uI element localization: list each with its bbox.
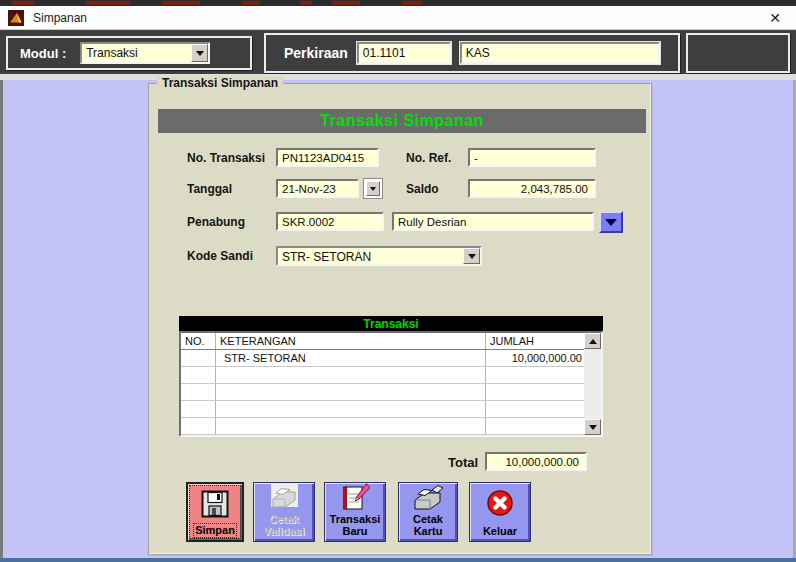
scroll-down-button[interactable]	[584, 419, 601, 435]
no-ref-field[interactable]	[468, 148, 596, 167]
keluar-button[interactable]: Keluar	[469, 482, 531, 542]
total-field[interactable]	[485, 452, 587, 471]
modul-combobox[interactable]: Transaksi	[80, 42, 210, 64]
no-transaksi-field[interactable]	[276, 148, 379, 167]
notebook-pencil-icon	[339, 483, 371, 513]
col-header-keterangan: KETERANGAN	[216, 333, 486, 349]
floppy-disk-icon	[200, 484, 230, 524]
perkiraan-name-field[interactable]	[460, 42, 660, 64]
cell-keterangan: STR- SETORAN	[216, 350, 486, 366]
grid-header-row: NO. KETERANGAN JUMLAH	[181, 333, 586, 350]
modul-combobox-value: Transaksi	[82, 44, 191, 62]
penabung-lookup-button[interactable]	[599, 211, 623, 233]
card-printer-icon	[412, 483, 444, 513]
table-row-empty[interactable]	[181, 418, 586, 435]
button-label: Simpan	[194, 524, 236, 537]
saldo-field[interactable]	[468, 179, 596, 198]
saldo-label: Saldo	[406, 182, 439, 196]
perkiraan-code-field[interactable]	[357, 42, 451, 64]
groupbox-caption: Transaksi Simpanan	[157, 76, 283, 90]
cell-no	[181, 350, 216, 366]
button-label: Cetak Kartu	[399, 513, 457, 538]
table-title-bar: Transaksi	[179, 316, 603, 331]
kode-sandi-label: Kode Sandi	[187, 249, 253, 263]
perkiraan-panel: Perkiraan	[264, 33, 680, 73]
transaction-grid[interactable]: NO. KETERANGAN JUMLAH STR- SETORAN 10,00…	[179, 331, 603, 437]
tanggal-field[interactable]	[276, 179, 359, 198]
chevron-down-icon	[196, 51, 204, 56]
triangle-up-icon	[589, 339, 597, 344]
modul-label: Modul :	[20, 46, 66, 61]
exit-cross-icon	[485, 483, 515, 525]
modul-dropdown-button[interactable]	[191, 44, 208, 62]
window-title: Simpanan	[33, 11, 87, 25]
col-header-jumlah: JUMLAH	[486, 333, 586, 349]
penabung-name-field[interactable]	[392, 212, 594, 231]
tanggal-dropdown-mini-button[interactable]	[366, 181, 380, 196]
triangle-down-icon	[589, 425, 597, 430]
col-header-no: NO.	[181, 333, 216, 349]
modul-panel: Modul : Transaksi	[6, 36, 252, 70]
perkiraan-label: Perkiraan	[284, 45, 348, 61]
total-label: Total	[448, 455, 478, 470]
button-label: Keluar	[483, 525, 517, 538]
title-bar: Simpanan ✕	[0, 6, 796, 30]
button-label: Cetak Validasi	[254, 513, 314, 538]
cetak-kartu-button[interactable]: Cetak Kartu	[398, 482, 458, 542]
app-window: Simpanan ✕ Modul : Transaksi Perkiraan T…	[0, 0, 796, 562]
form-header-banner: Transaksi Simpanan	[158, 109, 646, 133]
window-bottom-edge	[0, 558, 796, 562]
scroll-up-button[interactable]	[584, 333, 601, 349]
tanggal-label: Tanggal	[187, 182, 232, 196]
client-area: Transaksi Simpanan Transaksi Simpanan No…	[0, 80, 796, 558]
chevron-down-icon	[605, 219, 617, 226]
app-logo-icon	[8, 10, 24, 26]
toolbar-spacer-panel	[686, 33, 790, 73]
close-button[interactable]: ✕	[754, 6, 796, 30]
button-label: Transaksi Baru	[325, 513, 385, 538]
kode-sandi-combobox[interactable]: STR- SETORAN	[276, 246, 482, 266]
chevron-down-icon	[468, 254, 476, 259]
table-row-empty[interactable]	[181, 384, 586, 401]
cetak-validasi-button[interactable]: Cetak Validasi	[253, 482, 315, 542]
cell-jumlah: 10,000,000.00	[486, 350, 586, 366]
penabung-code-field[interactable]	[276, 212, 384, 231]
transaksi-baru-button[interactable]: Transaksi Baru	[324, 482, 386, 542]
transaksi-simpanan-groupbox: Transaksi Simpanan Transaksi Simpanan No…	[148, 83, 652, 555]
validation-printer-icon	[268, 483, 300, 513]
table-row-empty[interactable]	[181, 401, 586, 418]
kode-sandi-value: STR- SETORAN	[278, 248, 463, 264]
table-row[interactable]: STR- SETORAN 10,000,000.00	[181, 350, 586, 367]
kode-sandi-dropdown-button[interactable]	[463, 248, 480, 264]
top-toolbar: Modul : Transaksi Perkiraan	[0, 30, 796, 74]
tanggal-dropdown-button[interactable]	[363, 178, 383, 199]
penabung-label: Penabung	[187, 215, 245, 229]
table-row-empty[interactable]	[181, 367, 586, 384]
simpan-button[interactable]: Simpan	[186, 482, 244, 542]
grid-scrollbar[interactable]	[584, 333, 601, 435]
no-ref-label: No. Ref.	[406, 151, 451, 165]
no-transaksi-label: No. Transaksi	[187, 151, 265, 165]
chevron-down-icon	[370, 187, 376, 191]
